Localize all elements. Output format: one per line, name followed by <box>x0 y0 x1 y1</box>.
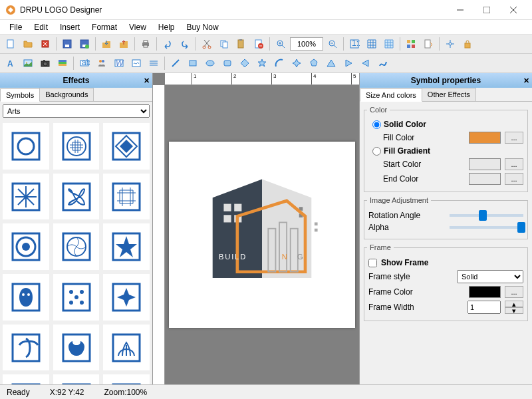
save-button[interactable] <box>59 36 75 52</box>
solid-color-radio-input[interactable] <box>372 120 381 129</box>
lock-button[interactable] <box>460 36 475 52</box>
layers-tool[interactable] <box>55 55 70 71</box>
lines-tool[interactable] <box>146 55 162 71</box>
frame-width-down[interactable]: ▾ <box>505 307 523 314</box>
grid-alt-button[interactable] <box>381 36 397 52</box>
logo-artwork[interactable]: BUILD N G <box>176 148 348 321</box>
symbol-tile[interactable] <box>103 274 150 321</box>
signature-tool[interactable] <box>128 55 144 71</box>
canvas-page[interactable]: BUILD N G <box>169 142 355 328</box>
end-color-picker[interactable]: ... <box>505 173 523 185</box>
center-button[interactable] <box>442 36 458 52</box>
star-shape[interactable] <box>254 55 270 71</box>
menu-format[interactable]: Format <box>86 21 122 33</box>
symbol-tile[interactable] <box>3 374 49 384</box>
fill-color-swatch[interactable] <box>469 132 501 144</box>
redo-button[interactable] <box>177 36 193 52</box>
rect-shape[interactable] <box>185 55 201 71</box>
symbol-tile[interactable] <box>103 325 150 371</box>
play-shape[interactable] <box>340 55 356 71</box>
gradient-radio[interactable]: Fill Gradient <box>372 146 523 156</box>
grid-button[interactable] <box>364 36 380 52</box>
gradient-radio-input[interactable] <box>372 147 381 156</box>
close-file-button[interactable] <box>37 36 53 52</box>
zoom-value[interactable]: 100% <box>290 37 323 51</box>
symbol-tile[interactable] <box>3 123 49 170</box>
effects-panel-close[interactable]: ✕ <box>144 76 150 85</box>
page-setup-button[interactable] <box>420 36 436 52</box>
menu-file[interactable]: File <box>4 21 27 33</box>
properties-panel-close[interactable]: ✕ <box>523 76 529 85</box>
triangle-shape[interactable] <box>323 55 339 71</box>
color-picker-button[interactable] <box>403 36 419 52</box>
import-button[interactable] <box>116 36 132 52</box>
tab-backgrounds[interactable]: Backgrounds <box>39 88 94 101</box>
maximize-button[interactable] <box>473 1 500 19</box>
end-color-swatch[interactable] <box>469 173 501 185</box>
symbol-tile[interactable] <box>103 223 150 270</box>
tab-size-colors[interactable]: Size And colors <box>360 88 422 102</box>
symbol-tile[interactable] <box>53 274 100 321</box>
frame-width-input[interactable] <box>467 301 501 314</box>
close-button[interactable] <box>500 1 527 19</box>
symbol-tile[interactable] <box>103 123 150 170</box>
symbol-tile[interactable] <box>53 223 100 270</box>
print-button[interactable] <box>138 36 154 52</box>
menu-view[interactable]: View <box>124 21 152 33</box>
start-color-picker[interactable]: ... <box>505 158 523 170</box>
show-frame-checkbox[interactable] <box>368 259 377 267</box>
export-button[interactable] <box>98 36 114 52</box>
curve-shape[interactable] <box>375 55 391 71</box>
cut-button[interactable] <box>199 36 215 52</box>
fit-button[interactable]: 1:1 <box>346 36 362 52</box>
tab-other-effects[interactable]: Other Effects <box>422 88 476 101</box>
star4-shape[interactable] <box>289 55 305 71</box>
symbol-tile[interactable] <box>3 174 49 220</box>
arc-shape[interactable] <box>271 55 287 71</box>
minimize-button[interactable] <box>447 1 473 19</box>
open-button[interactable] <box>20 36 36 52</box>
alpha-slider[interactable] <box>450 226 524 229</box>
symbol-tile[interactable] <box>53 325 100 371</box>
tab-symbols[interactable]: Symbols <box>0 88 40 102</box>
diamond-shape[interactable] <box>237 55 253 71</box>
back-shape[interactable] <box>358 55 374 71</box>
symbol-tile[interactable] <box>103 174 150 220</box>
rounded-rect-shape[interactable] <box>219 55 235 71</box>
line-shape[interactable] <box>168 55 184 71</box>
text-tool-a[interactable]: A <box>3 55 19 71</box>
rotation-slider[interactable] <box>450 214 524 217</box>
zoom-out-button[interactable] <box>325 36 340 52</box>
symbol-tile[interactable] <box>3 223 49 270</box>
start-color-swatch[interactable] <box>469 158 501 170</box>
new-button[interactable] <box>3 36 19 52</box>
wordart-tool[interactable]: W <box>111 55 127 71</box>
menu-help[interactable]: Help <box>153 21 180 33</box>
menu-edit[interactable]: Edit <box>29 21 53 33</box>
symbol-tile[interactable] <box>3 325 49 371</box>
frame-style-select[interactable]: Solid <box>457 270 523 283</box>
symbol-tile[interactable] <box>53 174 100 220</box>
symbol-tile[interactable] <box>3 274 49 321</box>
undo-button[interactable] <box>160 36 176 52</box>
symbol-tile[interactable] <box>103 374 150 384</box>
canvas[interactable]: BUILD N G <box>165 85 359 384</box>
polygon-shape[interactable] <box>306 55 322 71</box>
save-as-button[interactable] <box>76 36 92 52</box>
paste-button[interactable] <box>233 36 249 52</box>
image-tool[interactable] <box>20 55 36 71</box>
menu-insert[interactable]: Insert <box>55 21 85 33</box>
symbol-tile[interactable] <box>53 374 100 384</box>
text-box-tool[interactable]: ab <box>76 55 92 71</box>
symbol-tile[interactable] <box>53 123 100 170</box>
frame-color-swatch[interactable] <box>469 286 501 298</box>
fill-color-picker[interactable]: ... <box>505 132 523 144</box>
ellipse-shape[interactable] <box>202 55 218 71</box>
frame-color-picker[interactable]: ... <box>505 286 523 298</box>
solid-color-radio[interactable]: Solid Color <box>372 120 523 129</box>
menu-buy-now[interactable]: Buy Now <box>182 21 224 33</box>
camera-tool[interactable] <box>37 55 53 71</box>
category-select[interactable]: Arts <box>3 104 150 118</box>
zoom-in-button[interactable] <box>273 36 289 52</box>
copy-button[interactable] <box>216 36 232 52</box>
